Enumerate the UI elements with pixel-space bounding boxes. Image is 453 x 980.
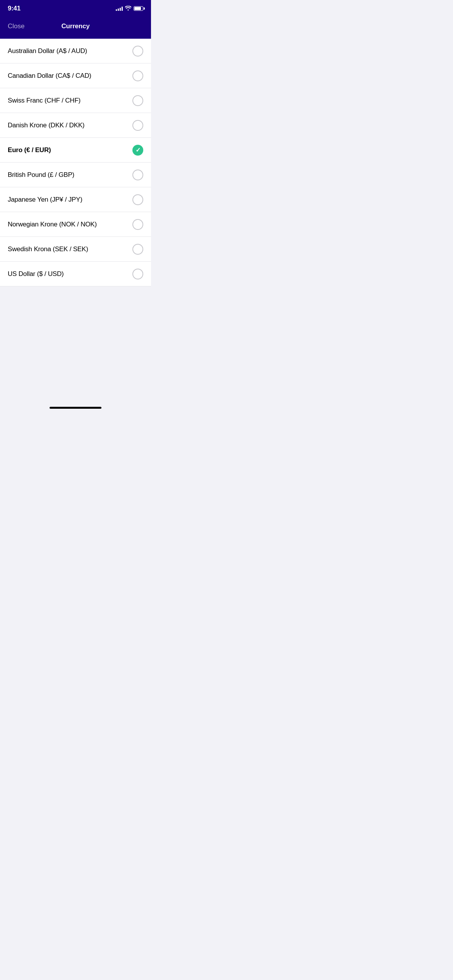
radio-unchecked-cad[interactable] bbox=[132, 70, 143, 81]
close-button[interactable]: Close bbox=[8, 22, 24, 30]
currency-label-usd: US Dollar ($ / USD) bbox=[8, 270, 64, 278]
battery-fill bbox=[134, 7, 141, 10]
battery-icon bbox=[134, 6, 143, 11]
radio-unchecked-nok[interactable] bbox=[132, 219, 143, 230]
currency-item-jpy[interactable]: Japanese Yen (JP¥ / JPY) bbox=[0, 187, 151, 212]
currency-list: Australian Dollar (A$ / AUD)Canadian Dol… bbox=[0, 39, 151, 286]
radio-unchecked-aud[interactable] bbox=[132, 46, 143, 57]
grey-area bbox=[0, 286, 151, 403]
currency-item-gbp[interactable]: British Pound (£ / GBP) bbox=[0, 163, 151, 187]
radio-unchecked-gbp[interactable] bbox=[132, 170, 143, 180]
signal-bar-4 bbox=[122, 7, 123, 11]
currency-label-cad: Canadian Dollar (CA$ / CAD) bbox=[8, 72, 91, 80]
currency-item-usd[interactable]: US Dollar ($ / USD) bbox=[0, 262, 151, 286]
nav-bar: Close Currency bbox=[0, 17, 151, 39]
status-icons bbox=[116, 5, 143, 12]
radio-unchecked-chf[interactable] bbox=[132, 95, 143, 106]
currency-label-chf: Swiss Franc (CHF / CHF) bbox=[8, 97, 81, 105]
currency-item-chf[interactable]: Swiss Franc (CHF / CHF) bbox=[0, 88, 151, 113]
currency-item-eur[interactable]: Euro (€ / EUR)✓ bbox=[0, 138, 151, 163]
currency-label-nok: Norwegian Krone (NOK / NOK) bbox=[8, 221, 97, 228]
currency-item-dkk[interactable]: Danish Krone (DKK / DKK) bbox=[0, 113, 151, 138]
home-indicator bbox=[0, 403, 151, 416]
checkmark-icon: ✓ bbox=[136, 147, 141, 153]
signal-bar-2 bbox=[118, 9, 119, 11]
status-bar: 9:41 bbox=[0, 0, 151, 17]
signal-bar-1 bbox=[116, 9, 117, 11]
status-time: 9:41 bbox=[8, 5, 21, 12]
page-title: Currency bbox=[61, 22, 89, 30]
currency-label-dkk: Danish Krone (DKK / DKK) bbox=[8, 122, 84, 129]
currency-label-gbp: British Pound (£ / GBP) bbox=[8, 171, 74, 179]
currency-label-jpy: Japanese Yen (JP¥ / JPY) bbox=[8, 196, 82, 204]
currency-label-eur: Euro (€ / EUR) bbox=[8, 146, 51, 154]
wifi-icon bbox=[125, 5, 131, 12]
radio-checked-eur[interactable]: ✓ bbox=[132, 145, 143, 156]
home-bar bbox=[50, 407, 101, 409]
radio-unchecked-jpy[interactable] bbox=[132, 194, 143, 205]
currency-item-aud[interactable]: Australian Dollar (A$ / AUD) bbox=[0, 39, 151, 63]
radio-unchecked-usd[interactable] bbox=[132, 269, 143, 279]
signal-bars-icon bbox=[116, 6, 123, 11]
currency-label-aud: Australian Dollar (A$ / AUD) bbox=[8, 47, 87, 55]
radio-unchecked-dkk[interactable] bbox=[132, 120, 143, 131]
radio-unchecked-sek[interactable] bbox=[132, 244, 143, 255]
currency-item-cad[interactable]: Canadian Dollar (CA$ / CAD) bbox=[0, 63, 151, 88]
currency-item-sek[interactable]: Swedish Krona (SEK / SEK) bbox=[0, 237, 151, 262]
content-wrapper: Australian Dollar (A$ / AUD)Canadian Dol… bbox=[0, 39, 151, 403]
currency-label-sek: Swedish Krona (SEK / SEK) bbox=[8, 245, 88, 253]
signal-bar-3 bbox=[120, 8, 121, 11]
currency-item-nok[interactable]: Norwegian Krone (NOK / NOK) bbox=[0, 212, 151, 237]
